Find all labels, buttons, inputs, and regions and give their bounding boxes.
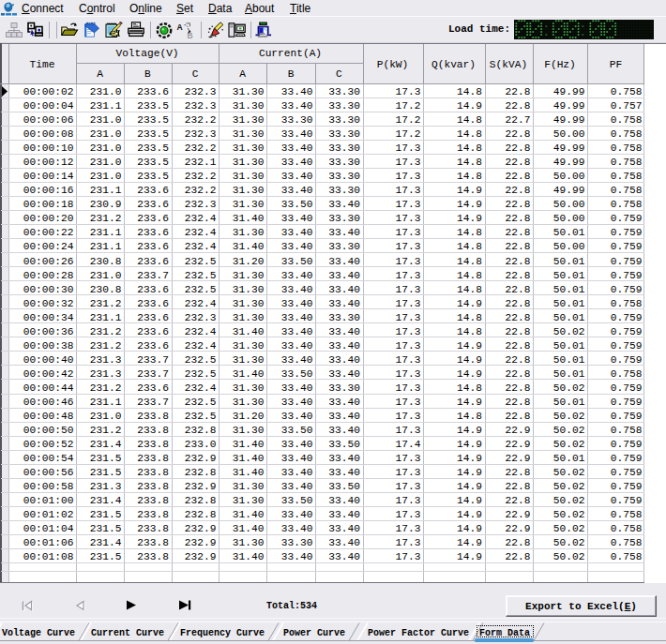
svg-text:A: A <box>177 22 183 32</box>
